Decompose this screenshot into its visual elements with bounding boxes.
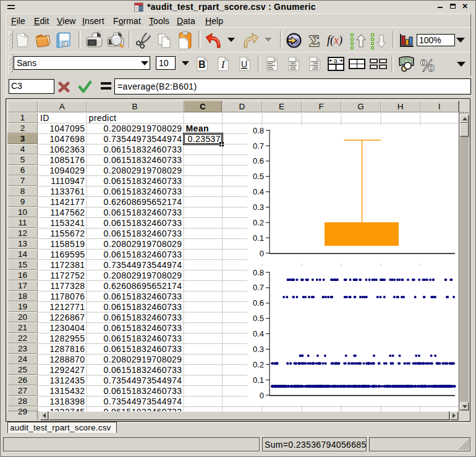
svg-text:0.5: 0.5 [253, 314, 264, 323]
svg-text:0.2: 0.2 [253, 360, 264, 369]
svg-text:0.2: 0.2 [253, 218, 264, 227]
svg-text:0.7: 0.7 [253, 283, 264, 292]
svg-text:0.3: 0.3 [253, 203, 264, 212]
svg-text:B: B [198, 59, 206, 70]
svg-text:0.6: 0.6 [253, 298, 264, 308]
svg-text:0.4: 0.4 [253, 329, 264, 338]
svg-text:0.8: 0.8 [253, 268, 264, 277]
svg-text:0.6: 0.6 [253, 156, 264, 166]
svg-text:0.1: 0.1 [253, 233, 264, 243]
svg-text:a: a [334, 57, 338, 64]
svg-text:0.7: 0.7 [253, 141, 264, 151]
svg-text:0.8: 0.8 [253, 126, 264, 135]
svg-text:0.3: 0.3 [253, 345, 264, 354]
svg-text:0: 0 [260, 391, 264, 400]
svg-text:Σ: Σ [309, 33, 320, 49]
svg-text:0: 0 [260, 249, 264, 258]
svg-text:U: U [241, 59, 247, 69]
svg-text:0.4: 0.4 [253, 187, 264, 196]
svg-text:0.1: 0.1 [253, 375, 264, 385]
svg-text:%: % [420, 57, 435, 74]
svg-text:0.5: 0.5 [253, 172, 264, 181]
svg-text:I: I [221, 59, 225, 70]
